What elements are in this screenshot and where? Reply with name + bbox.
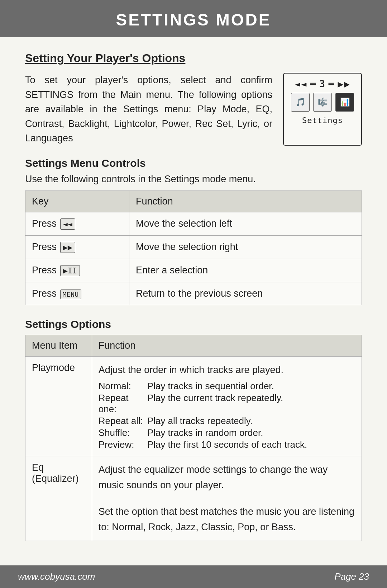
key-cell: Press ▶II: [25, 259, 129, 282]
eq-intro: Adjust the equalizer mode settings to ch…: [99, 462, 355, 493]
table-row: Press ▶▶ Move the selection right: [25, 235, 362, 259]
table-row: Press ▶II Enter a selection: [25, 259, 362, 282]
key-press-label: Press: [32, 265, 59, 276]
intro-block: To set your player's options, select and…: [25, 73, 362, 146]
preview-desc: Play the first 10 seconds of each track.: [147, 439, 355, 450]
note-icon: 🎼: [313, 93, 332, 112]
icon-top-row: ◄◄ ═ 3 ═ ▶▶: [295, 79, 350, 89]
page-header: SETTINGS MODE: [0, 0, 387, 37]
forward-key-btn: ▶▶: [60, 242, 76, 253]
table-row: Eq (Equalizer) Adjust the equalizer mode…: [25, 456, 362, 541]
function-cell: Enter a selection: [129, 259, 362, 282]
table-row: Press MENU Return to the previous screen: [25, 282, 362, 305]
dash-icon: ═: [310, 79, 317, 89]
key-cell: Press ◄◄: [25, 212, 129, 235]
controls-table: Key Function Press ◄◄ Move the selection…: [25, 190, 362, 305]
function-cell: Move the selection right: [129, 235, 362, 259]
controls-col-key: Key: [25, 190, 129, 212]
options-table: Menu Item Function Playmode Adjust the o…: [25, 335, 362, 541]
repeat-all-desc: Play all tracks repeatedly.: [147, 415, 355, 427]
key-press-label: Press: [32, 241, 59, 252]
icon-bottom-row: 🎵 🎼 📊: [291, 93, 354, 112]
dash2-icon: ═: [329, 79, 335, 89]
function-detail-cell: Adjust the equalizer mode settings to ch…: [92, 456, 362, 541]
page-title: SETTINGS MODE: [116, 10, 271, 29]
key-press-label: Press: [32, 288, 59, 299]
options-col-item: Menu Item: [25, 335, 92, 356]
key-press-label: Press: [32, 218, 59, 229]
intro-text: To set your player's options, select and…: [25, 73, 272, 146]
playmode-options: Normal: Play tracks in sequential order.…: [99, 381, 355, 450]
play-key-btn: ▶II: [60, 265, 80, 276]
controls-col-function: Function: [129, 190, 362, 212]
function-cell: Return to the previous screen: [129, 282, 362, 305]
main-content: Setting Your Player's Options To set you…: [0, 37, 387, 565]
normal-desc: Play tracks in sequential order.: [147, 381, 355, 392]
footer-url: www.cobyusa.com: [18, 571, 95, 582]
rewind-key-btn: ◄◄: [60, 218, 76, 230]
function-detail-cell: Adjust the order in which tracks are pla…: [92, 356, 362, 456]
settings-icon-box: ◄◄ ═ 3 ═ ▶▶ 🎵 🎼 📊 Settings: [283, 73, 362, 146]
menu-key-btn: MENU: [60, 290, 81, 299]
repeat-one-label: Repeat one:: [99, 392, 145, 415]
track-number: 3: [319, 79, 326, 89]
rewind-icon: ◄◄: [295, 79, 307, 89]
music-icon: 🎵: [291, 93, 310, 112]
table-row: Playmode Adjust the order in which track…: [25, 356, 362, 456]
options-heading: Settings Options: [25, 318, 362, 330]
eq-detail: Set the option that best matches the mus…: [99, 504, 355, 535]
shuffle-desc: Play tracks in random order.: [147, 427, 355, 438]
section-heading: Setting Your Player's Options: [25, 52, 362, 65]
forward-icon: ▶▶: [338, 79, 350, 89]
shuffle-label: Shuffle:: [99, 427, 145, 438]
footer-page: Page 23: [334, 571, 369, 582]
table-row: Press ◄◄ Move the selection left: [25, 212, 362, 235]
playmode-intro: Adjust the order in which tracks are pla…: [99, 362, 355, 378]
page-footer: www.cobyusa.com Page 23: [0, 565, 387, 588]
key-cell: Press ▶▶: [25, 235, 129, 259]
normal-label: Normal:: [99, 381, 145, 392]
options-col-function: Function: [92, 335, 362, 356]
repeat-one-desc: Play the current track repeatedly.: [147, 392, 355, 415]
preview-label: Preview:: [99, 439, 145, 450]
settings-active-icon: 📊: [335, 93, 354, 112]
key-cell: Press MENU: [25, 282, 129, 305]
menu-item-cell: Playmode: [25, 356, 92, 456]
repeat-all-label: Repeat all:: [99, 415, 145, 427]
menu-item-cell: Eq (Equalizer): [25, 456, 92, 541]
controls-description: Use the following controls in the Settin…: [25, 174, 362, 185]
icon-label: Settings: [302, 116, 343, 125]
controls-heading: Settings Menu Controls: [25, 157, 362, 169]
function-cell: Move the selection left: [129, 212, 362, 235]
